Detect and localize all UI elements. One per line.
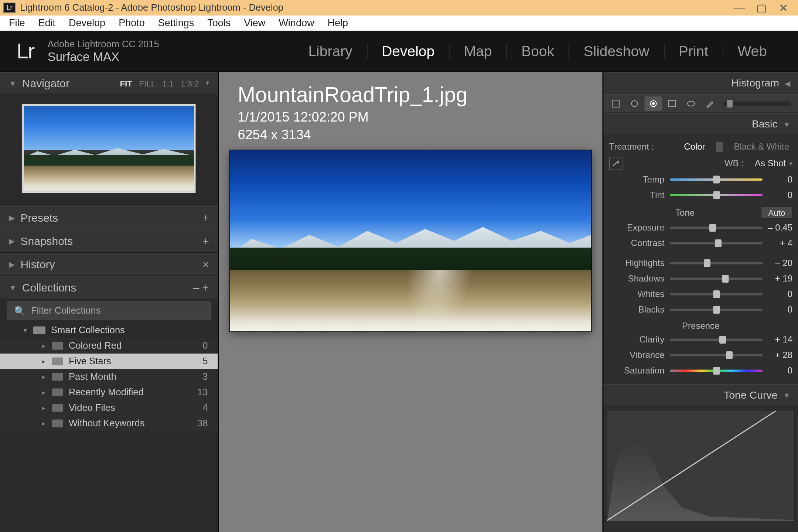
shadows-slider[interactable]	[670, 276, 763, 282]
menu-help[interactable]: Help	[322, 16, 354, 30]
presets-add-button[interactable]: +	[202, 211, 209, 224]
menu-settings[interactable]: Settings	[153, 16, 200, 30]
zoom-menu-icon[interactable]: ▾	[206, 78, 209, 88]
exposure-value[interactable]: – 0.45	[763, 223, 792, 233]
expand-icon: ▸	[42, 404, 45, 412]
module-library[interactable]: Library	[294, 43, 366, 60]
svg-rect-0	[612, 100, 619, 107]
temp-value[interactable]: 0	[763, 175, 792, 185]
tint-slider-row: Tint 0	[609, 187, 793, 203]
module-develop[interactable]: Develop	[367, 43, 449, 60]
collection-past-month[interactable]: ▸ Past Month 3	[0, 369, 218, 385]
collection-recently-modified[interactable]: ▸ Recently Modified 13	[0, 385, 218, 400]
menu-window[interactable]: Window	[273, 16, 320, 30]
collections-add-button[interactable]: +	[202, 281, 209, 294]
module-slideshow[interactable]: Slideshow	[569, 43, 664, 60]
collection-five-stars[interactable]: ▸ Five Stars 5	[0, 354, 218, 369]
zoom-custom[interactable]: 1:3:2	[180, 78, 199, 88]
module-web[interactable]: Web	[723, 43, 782, 60]
temp-slider[interactable]	[670, 177, 763, 183]
menu-file[interactable]: File	[3, 16, 31, 30]
tint-slider[interactable]	[670, 192, 763, 198]
navigator-preview[interactable]	[0, 94, 218, 206]
main-image-canvas[interactable]	[230, 150, 591, 331]
zoom-fit[interactable]: FIT	[120, 78, 132, 88]
menu-view[interactable]: View	[238, 16, 271, 30]
collection-without-keywords[interactable]: ▸ Without Keywords 38	[0, 416, 218, 431]
clarity-label: Clarity	[609, 335, 670, 345]
blacks-value[interactable]: 0	[763, 305, 792, 315]
collection-colored-red[interactable]: ▸ Colored Red 0	[0, 338, 218, 354]
snapshots-title: Snapshots	[21, 235, 73, 248]
whites-value[interactable]: 0	[763, 289, 792, 299]
snapshots-header[interactable]: ▶ Snapshots +	[0, 229, 218, 253]
snapshots-add-button[interactable]: +	[202, 235, 209, 248]
smart-collections-label: Smart Collections	[51, 325, 125, 336]
zoom-1to1[interactable]: 1:1	[162, 78, 174, 88]
smart-collection-icon	[52, 358, 63, 365]
window-maximize-button[interactable]: ▢	[750, 1, 773, 14]
wb-eyedropper-tool[interactable]	[609, 157, 623, 170]
menu-photo[interactable]: Photo	[113, 16, 150, 30]
crop-tool[interactable]	[607, 96, 625, 111]
left-panel: ▼ Navigator FIT FILL 1:1 1:3:2 ▾	[0, 72, 218, 532]
vibrance-slider[interactable]	[670, 352, 763, 358]
redeye-tool[interactable]	[645, 96, 662, 111]
treatment-color[interactable]: Color	[681, 142, 708, 152]
navigator-header[interactable]: ▼ Navigator FIT FILL 1:1 1:3:2 ▾	[0, 72, 218, 94]
menu-develop[interactable]: Develop	[63, 16, 111, 30]
collections-filter-input[interactable]: 🔍 Filter Collections	[7, 301, 211, 320]
auto-tone-button[interactable]: Auto	[761, 206, 792, 219]
collections-header[interactable]: ▼ Collections – +	[0, 276, 218, 299]
toolstrip-slider[interactable]	[723, 102, 792, 106]
menu-tools[interactable]: Tools	[202, 16, 236, 30]
vibrance-value[interactable]: + 28	[763, 350, 792, 360]
module-print[interactable]: Print	[664, 43, 723, 60]
tone-curve-graph[interactable]	[607, 411, 795, 522]
collections-minus-button[interactable]: –	[193, 281, 202, 294]
highlights-value[interactable]: – 20	[763, 258, 792, 268]
contrast-slider[interactable]	[670, 241, 763, 246]
tone-curve-header[interactable]: Tone Curve ▼	[604, 384, 798, 406]
histogram-header[interactable]: Histogram ◀	[604, 72, 798, 94]
exposure-slider[interactable]	[670, 225, 763, 231]
highlights-slider[interactable]	[670, 260, 763, 266]
presets-header[interactable]: ▶ Presets +	[0, 206, 218, 229]
tint-value[interactable]: 0	[763, 190, 792, 200]
clarity-slider[interactable]	[670, 337, 763, 342]
shadows-slider-row: Shadows + 19	[609, 271, 793, 287]
contrast-value[interactable]: + 4	[763, 238, 792, 248]
spot-removal-tool[interactable]	[626, 96, 644, 111]
navigator-thumbnail	[22, 104, 196, 193]
window-close-button[interactable]: ✕	[773, 1, 795, 14]
whites-slider[interactable]	[670, 291, 763, 297]
history-header[interactable]: ▶ History ×	[0, 253, 218, 276]
module-book[interactable]: Book	[507, 43, 569, 60]
smart-collections-group[interactable]: ▼ Smart Collections	[0, 323, 218, 338]
identity-plate[interactable]: Adobe Lightroom CC 2015 Surface MAX	[48, 39, 159, 64]
treatment-bw[interactable]: Black & White	[731, 142, 792, 152]
zoom-fill[interactable]: FILL	[139, 78, 156, 88]
shadows-value[interactable]: + 19	[763, 274, 792, 284]
menu-edit[interactable]: Edit	[33, 16, 61, 30]
svg-rect-4	[669, 100, 676, 106]
collapse-icon: ▼	[22, 327, 28, 334]
history-clear-button[interactable]: ×	[202, 258, 209, 271]
navigator-zoom-options[interactable]: FIT FILL 1:1 1:3:2 ▾	[120, 78, 209, 88]
blacks-slider[interactable]	[670, 307, 763, 313]
clarity-value[interactable]: + 14	[763, 335, 792, 345]
module-map[interactable]: Map	[450, 43, 507, 60]
window-title: Lightroom 6 Catalog-2 - Adobe Photoshop …	[20, 2, 728, 13]
window-minimize-button[interactable]: —	[728, 1, 750, 14]
basic-panel-header[interactable]: Basic ▼	[604, 113, 798, 135]
saturation-slider[interactable]	[670, 368, 763, 374]
saturation-value[interactable]: 0	[763, 366, 792, 376]
brand-line-2: Surface MAX	[48, 50, 159, 64]
graduated-filter-tool[interactable]	[664, 96, 681, 111]
adjustment-brush-tool[interactable]	[701, 96, 719, 111]
wb-value[interactable]: As Shot	[755, 158, 786, 168]
collection-video-files[interactable]: ▸ Video Files 4	[0, 400, 218, 416]
radial-filter-tool[interactable]	[682, 96, 700, 111]
expand-icon: ▸	[42, 342, 45, 349]
wb-dropdown-icon[interactable]: ▾	[789, 160, 792, 167]
